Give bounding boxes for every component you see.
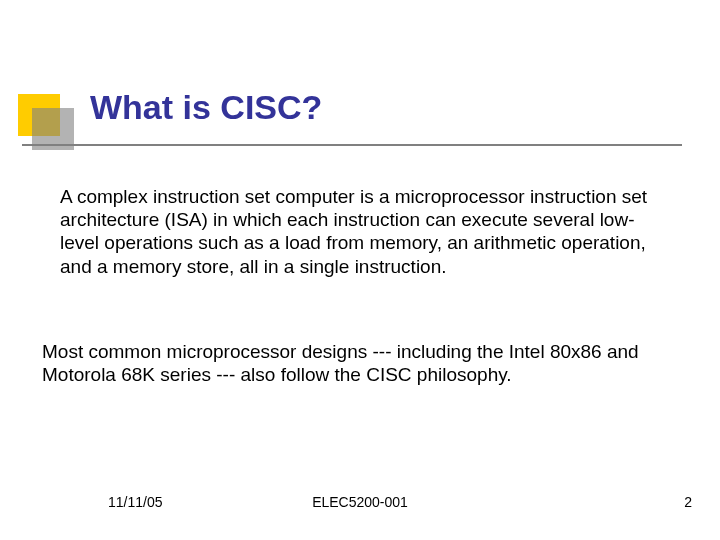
slide-title-block: What is CISC? [0, 72, 720, 162]
footer-course: ELEC5200-001 [0, 494, 720, 510]
body-paragraph-2: Most common microprocessor designs --- i… [42, 340, 672, 386]
title-underline [22, 144, 682, 146]
slide-title: What is CISC? [90, 88, 322, 127]
body-paragraph-1: A complex instruction set computer is a … [60, 185, 660, 278]
slide-footer: 11/11/05 ELEC5200-001 2 [0, 494, 720, 514]
footer-page-number: 2 [684, 494, 692, 510]
